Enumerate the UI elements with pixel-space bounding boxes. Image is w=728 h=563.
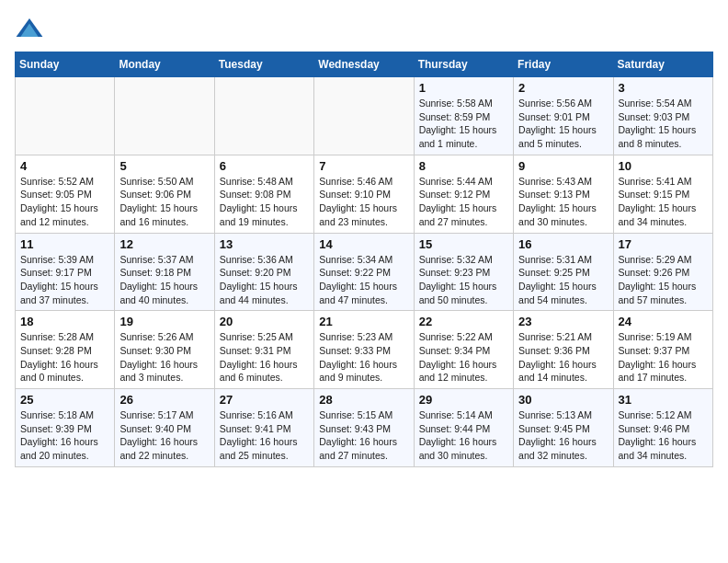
calendar-week-5: 25Sunrise: 5:18 AM Sunset: 9:39 PM Dayli…	[16, 389, 713, 467]
calendar-cell: 27Sunrise: 5:16 AM Sunset: 9:41 PM Dayli…	[214, 389, 313, 467]
day-number: 24	[619, 315, 708, 328]
day-info: Sunrise: 5:22 AM Sunset: 9:34 PM Dayligh…	[419, 330, 508, 385]
calendar-cell: 24Sunrise: 5:19 AM Sunset: 9:37 PM Dayli…	[613, 311, 712, 389]
day-number: 3	[619, 81, 708, 95]
day-number: 16	[518, 237, 608, 251]
day-info: Sunrise: 5:15 AM Sunset: 9:43 PM Dayligh…	[319, 408, 408, 463]
day-info: Sunrise: 5:56 AM Sunset: 9:01 PM Dayligh…	[518, 97, 608, 151]
calendar-cell: 16Sunrise: 5:31 AM Sunset: 9:25 PM Dayli…	[514, 233, 613, 311]
calendar-cell: 15Sunrise: 5:32 AM Sunset: 9:23 PM Dayli…	[414, 233, 513, 311]
day-info: Sunrise: 5:37 AM Sunset: 9:18 PM Dayligh…	[119, 253, 209, 307]
day-info: Sunrise: 5:44 AM Sunset: 9:12 PM Dayligh…	[419, 175, 508, 229]
day-info: Sunrise: 5:21 AM Sunset: 9:36 PM Dayligh…	[518, 330, 608, 385]
calendar-cell	[214, 77, 313, 155]
day-info: Sunrise: 5:13 AM Sunset: 9:45 PM Dayligh…	[518, 408, 608, 463]
calendar-cell: 28Sunrise: 5:15 AM Sunset: 9:43 PM Dayli…	[314, 389, 414, 467]
calendar-cell: 13Sunrise: 5:36 AM Sunset: 9:20 PM Dayli…	[214, 233, 313, 311]
day-info: Sunrise: 5:29 AM Sunset: 9:26 PM Dayligh…	[619, 253, 708, 307]
day-number: 28	[319, 393, 408, 407]
calendar-cell: 7Sunrise: 5:46 AM Sunset: 9:10 PM Daylig…	[314, 155, 414, 233]
day-number: 23	[518, 315, 608, 328]
calendar-cell: 9Sunrise: 5:43 AM Sunset: 9:13 PM Daylig…	[514, 155, 613, 233]
calendar-cell: 6Sunrise: 5:48 AM Sunset: 9:08 PM Daylig…	[214, 155, 313, 233]
calendar-cell: 29Sunrise: 5:14 AM Sunset: 9:44 PM Dayli…	[414, 389, 513, 467]
day-info: Sunrise: 5:50 AM Sunset: 9:06 PM Dayligh…	[119, 175, 209, 229]
day-number: 7	[319, 159, 408, 173]
day-number: 22	[419, 315, 508, 328]
logo-icon	[15, 15, 44, 44]
header-tuesday: Tuesday	[214, 52, 313, 77]
day-info: Sunrise: 5:54 AM Sunset: 9:03 PM Dayligh…	[619, 97, 708, 151]
day-number: 2	[518, 81, 608, 95]
day-number: 21	[319, 315, 408, 328]
day-number: 31	[619, 393, 708, 407]
day-number: 27	[220, 393, 309, 407]
day-number: 26	[119, 393, 209, 407]
day-number: 8	[419, 159, 508, 173]
calendar-week-1: 1Sunrise: 5:58 AM Sunset: 8:59 PM Daylig…	[16, 77, 713, 155]
day-info: Sunrise: 5:41 AM Sunset: 9:15 PM Dayligh…	[619, 175, 708, 229]
day-info: Sunrise: 5:26 AM Sunset: 9:30 PM Dayligh…	[119, 330, 209, 385]
calendar-table: SundayMondayTuesdayWednesdayThursdayFrid…	[15, 52, 713, 467]
day-number: 5	[119, 159, 209, 173]
calendar-week-4: 18Sunrise: 5:28 AM Sunset: 9:28 PM Dayli…	[16, 311, 713, 389]
day-number: 15	[419, 237, 508, 251]
day-number: 11	[20, 237, 109, 251]
calendar-cell: 20Sunrise: 5:25 AM Sunset: 9:31 PM Dayli…	[214, 311, 313, 389]
day-info: Sunrise: 5:52 AM Sunset: 9:05 PM Dayligh…	[20, 175, 109, 229]
day-info: Sunrise: 5:36 AM Sunset: 9:20 PM Dayligh…	[220, 253, 309, 307]
calendar-cell: 3Sunrise: 5:54 AM Sunset: 9:03 PM Daylig…	[613, 77, 712, 155]
day-info: Sunrise: 5:16 AM Sunset: 9:41 PM Dayligh…	[220, 408, 309, 463]
day-info: Sunrise: 5:18 AM Sunset: 9:39 PM Dayligh…	[20, 408, 109, 463]
header-wednesday: Wednesday	[314, 52, 414, 77]
day-info: Sunrise: 5:46 AM Sunset: 9:10 PM Dayligh…	[319, 175, 408, 229]
header-friday: Friday	[514, 52, 613, 77]
day-number: 20	[220, 315, 309, 328]
header-thursday: Thursday	[414, 52, 513, 77]
day-info: Sunrise: 5:48 AM Sunset: 9:08 PM Dayligh…	[220, 175, 309, 229]
day-info: Sunrise: 5:39 AM Sunset: 9:17 PM Dayligh…	[20, 253, 109, 307]
day-number: 9	[518, 159, 608, 173]
day-info: Sunrise: 5:12 AM Sunset: 9:46 PM Dayligh…	[619, 408, 708, 463]
calendar-cell: 22Sunrise: 5:22 AM Sunset: 9:34 PM Dayli…	[414, 311, 513, 389]
logo	[15, 15, 50, 44]
calendar-cell: 2Sunrise: 5:56 AM Sunset: 9:01 PM Daylig…	[514, 77, 613, 155]
calendar-cell	[115, 77, 214, 155]
calendar-cell: 21Sunrise: 5:23 AM Sunset: 9:33 PM Dayli…	[314, 311, 414, 389]
calendar-cell: 1Sunrise: 5:58 AM Sunset: 8:59 PM Daylig…	[414, 77, 513, 155]
calendar-week-2: 4Sunrise: 5:52 AM Sunset: 9:05 PM Daylig…	[16, 155, 713, 233]
day-info: Sunrise: 5:28 AM Sunset: 9:28 PM Dayligh…	[20, 330, 109, 385]
calendar-cell: 23Sunrise: 5:21 AM Sunset: 9:36 PM Dayli…	[514, 311, 613, 389]
day-number: 25	[20, 393, 109, 407]
day-number: 30	[518, 393, 608, 407]
calendar-cell: 10Sunrise: 5:41 AM Sunset: 9:15 PM Dayli…	[613, 155, 712, 233]
day-number: 10	[619, 159, 708, 173]
calendar-cell: 18Sunrise: 5:28 AM Sunset: 9:28 PM Dayli…	[16, 311, 115, 389]
day-info: Sunrise: 5:25 AM Sunset: 9:31 PM Dayligh…	[220, 330, 309, 385]
header-sunday: Sunday	[16, 52, 115, 77]
day-info: Sunrise: 5:31 AM Sunset: 9:25 PM Dayligh…	[518, 253, 608, 307]
day-number: 14	[319, 237, 408, 251]
calendar-cell: 25Sunrise: 5:18 AM Sunset: 9:39 PM Dayli…	[16, 389, 115, 467]
day-info: Sunrise: 5:43 AM Sunset: 9:13 PM Dayligh…	[518, 175, 608, 229]
day-info: Sunrise: 5:23 AM Sunset: 9:33 PM Dayligh…	[319, 330, 408, 385]
day-info: Sunrise: 5:19 AM Sunset: 9:37 PM Dayligh…	[619, 330, 708, 385]
day-info: Sunrise: 5:17 AM Sunset: 9:40 PM Dayligh…	[119, 408, 209, 463]
day-info: Sunrise: 5:34 AM Sunset: 9:22 PM Dayligh…	[319, 253, 408, 307]
calendar-cell: 14Sunrise: 5:34 AM Sunset: 9:22 PM Dayli…	[314, 233, 414, 311]
header-saturday: Saturday	[613, 52, 712, 77]
day-number: 17	[619, 237, 708, 251]
calendar-cell: 31Sunrise: 5:12 AM Sunset: 9:46 PM Dayli…	[613, 389, 712, 467]
calendar-cell: 30Sunrise: 5:13 AM Sunset: 9:45 PM Dayli…	[514, 389, 613, 467]
day-number: 19	[119, 315, 209, 328]
calendar-cell: 5Sunrise: 5:50 AM Sunset: 9:06 PM Daylig…	[115, 155, 214, 233]
day-number: 13	[220, 237, 309, 251]
day-info: Sunrise: 5:32 AM Sunset: 9:23 PM Dayligh…	[419, 253, 508, 307]
day-number: 6	[220, 159, 309, 173]
calendar-week-3: 11Sunrise: 5:39 AM Sunset: 9:17 PM Dayli…	[16, 233, 713, 311]
day-number: 4	[20, 159, 109, 173]
day-number: 18	[20, 315, 109, 328]
day-number: 29	[419, 393, 508, 407]
day-info: Sunrise: 5:58 AM Sunset: 8:59 PM Dayligh…	[419, 97, 508, 151]
calendar-header-row: SundayMondayTuesdayWednesdayThursdayFrid…	[16, 52, 713, 77]
